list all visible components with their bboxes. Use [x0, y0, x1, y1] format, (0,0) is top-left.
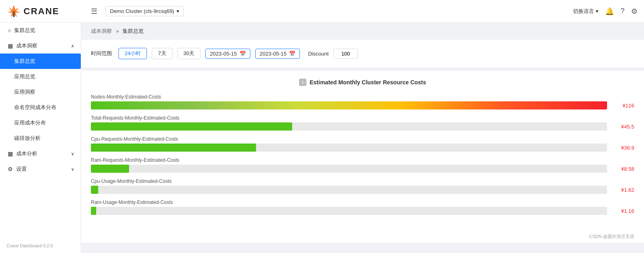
sidebar-item-app-overview[interactable]: 应用总览 — [0, 69, 81, 84]
date-from-picker[interactable]: 2023-05-15 📅 — [205, 49, 250, 59]
bar-fill-total-requests — [91, 122, 292, 131]
sidebar-item-app-insight[interactable]: 应用洞察 — [0, 84, 81, 100]
bar-fill-ram-requests — [91, 165, 129, 173]
bar-fill-nodes-monthly — [91, 101, 607, 109]
time-btn-30d[interactable]: 30天 — [177, 48, 200, 59]
bar-row-total-requests: Total-Requests-Monthly-Estimated-Costs¥4… — [91, 115, 634, 131]
bar-value-nodes-monthly: ¥116 — [612, 103, 634, 109]
settings-expand-icon: ∨ — [71, 167, 74, 172]
sidebar-item-carbon-analysis[interactable]: 碳排放分析 — [0, 131, 81, 146]
sidebar-item-label: 成本分析 — [16, 150, 37, 157]
menu-toggle-button[interactable]: ☰ — [88, 5, 101, 17]
chart-info-icon: i — [299, 79, 306, 86]
chart-title: Estimated Monthly Cluster Resource Costs — [310, 79, 426, 86]
cluster-selector[interactable]: Demo Cluster (cls-9rcsq69) ▾ — [106, 6, 184, 16]
bar-label-ram-requests: Ram-Requests-Monthly-Estimated-Costs — [91, 157, 634, 163]
app-name: CRANE — [24, 6, 59, 17]
main-content: 成本洞察 » 集群总览 时间范围 24小时 7天 30天 2023-05-15 … — [81, 23, 644, 253]
date-from-value: 2023-05-15 — [210, 51, 237, 57]
sidebar-item-cluster-summary[interactable]: 集群总览 — [0, 54, 81, 69]
footer-watermark: CSDN @愿许浪尽天涯 — [81, 230, 644, 243]
bar-row-cpu-usage: Cpu-Usage-Monthly-Estimated-Costs¥1.62 — [91, 178, 634, 194]
bar-track-ram-requests — [91, 165, 607, 173]
cost-analysis-icon: ▦ — [8, 150, 13, 157]
breadcrumb-item-current: 集群总览 — [123, 28, 144, 34]
bar-value-ram-requests: ¥8.58 — [612, 166, 634, 172]
sidebar-item-label: 应用总览 — [14, 73, 35, 80]
sidebar-item-namespace-cost[interactable]: 命名空间成本分布 — [0, 100, 81, 115]
bar-value-cpu-usage: ¥1.62 — [612, 187, 634, 193]
chart-title-row: i Estimated Monthly Cluster Resource Cos… — [91, 79, 634, 86]
bar-label-cpu-requests: Cpu-Requests-Monthly-Estimated-Costs — [91, 136, 634, 142]
bar-row-nodes-monthly: Nodes-Monthly-Estimated-Costs¥116 — [91, 94, 634, 109]
bars-container: Nodes-Monthly-Estimated-Costs¥116Total-R… — [91, 94, 634, 215]
sidebar-item-label: 命名空间成本分布 — [14, 104, 56, 111]
filter-section: 时间范围 24小时 7天 30天 2023-05-15 📅 2023-05-15… — [81, 40, 644, 67]
top-header: CRANE ☰ Demo Cluster (cls-9rcsq69) ▾ 切换语… — [0, 0, 644, 23]
sidebar: ○ 集群总览 ▦ 成本洞察 ∧ 集群总览 应用总览 应用洞察 命名空间成本分布 … — [0, 23, 81, 253]
help-icon[interactable]: ? — [620, 7, 625, 15]
cluster-overview-icon: ○ — [8, 27, 11, 34]
bar-value-cpu-requests: ¥36.9 — [612, 145, 634, 151]
svg-rect-1 — [13, 11, 15, 17]
sidebar-item-label: 设置 — [16, 165, 27, 173]
bar-fill-cpu-usage — [91, 186, 98, 194]
breadcrumb: 成本洞察 » 集群总览 — [81, 23, 644, 40]
sidebar-item-cost-insight[interactable]: ▦ 成本洞察 ∧ — [0, 38, 81, 54]
bar-fill-ram-usage — [91, 207, 96, 215]
calendar-to-icon: 📅 — [289, 51, 295, 57]
sidebar-item-label: 应用成本分布 — [14, 119, 46, 126]
bar-label-cpu-usage: Cpu-Usage-Monthly-Estimated-Costs — [91, 178, 634, 184]
bar-label-ram-usage: Ram-Usage-Monthly-Estimated-Costs — [91, 199, 634, 205]
cluster-dropdown-icon: ▾ — [177, 8, 179, 14]
date-to-picker[interactable]: 2023-05-15 📅 — [255, 49, 300, 59]
cluster-name: Demo Cluster (cls-9rcsq69) — [110, 8, 174, 14]
sidebar-item-label: 碳排放分析 — [14, 135, 41, 142]
breadcrumb-item-cost-insight: 成本洞察 — [91, 28, 112, 34]
date-to-value: 2023-05-15 — [260, 51, 287, 57]
main-layout: ○ 集群总览 ▦ 成本洞察 ∧ 集群总览 应用总览 应用洞察 命名空间成本分布 … — [0, 23, 644, 253]
bar-row-ram-requests: Ram-Requests-Monthly-Estimated-Costs¥8.5… — [91, 157, 634, 173]
calendar-from-icon: 📅 — [239, 51, 246, 57]
discount-input[interactable] — [334, 49, 358, 59]
bar-track-cpu-usage — [91, 186, 607, 194]
cost-analysis-expand-icon: ∨ — [71, 151, 74, 157]
notification-bell-icon[interactable]: 🔔 — [605, 7, 614, 16]
header-right: 切换语言 ▾ 🔔 ? ⚙ — [573, 7, 638, 16]
bar-row-ram-usage: Ram-Usage-Monthly-Estimated-Costs¥1.16 — [91, 199, 634, 215]
bar-track-total-requests — [91, 122, 607, 131]
sidebar-item-app-cost-dist[interactable]: 应用成本分布 — [0, 115, 81, 131]
breadcrumb-separator: » — [116, 28, 119, 34]
bar-value-ram-usage: ¥1.16 — [612, 208, 634, 214]
lang-switch-button[interactable]: 切换语言 ▾ — [573, 8, 599, 15]
sidebar-item-label: 成本洞察 — [16, 42, 37, 49]
bar-label-total-requests: Total-Requests-Monthly-Estimated-Costs — [91, 115, 634, 121]
discount-label: Discount — [308, 51, 329, 57]
bar-row-cpu-requests: Cpu-Requests-Monthly-Estimated-Costs¥36.… — [91, 136, 634, 152]
time-range-label: 时间范围 — [91, 50, 112, 57]
bar-track-ram-usage — [91, 207, 607, 215]
cost-insight-expand-icon: ∧ — [71, 43, 74, 49]
time-btn-24h[interactable]: 24小时 — [118, 48, 147, 59]
bar-fill-cpu-requests — [91, 144, 256, 152]
bar-label-nodes-monthly: Nodes-Monthly-Estimated-Costs — [91, 94, 634, 100]
sidebar-item-label: 集群总览 — [14, 27, 35, 34]
bar-track-cpu-requests — [91, 144, 607, 152]
settings-icon[interactable]: ⚙ — [631, 7, 638, 16]
time-btn-7d[interactable]: 7天 — [152, 48, 172, 59]
bar-track-nodes-monthly — [91, 101, 607, 109]
sidebar-item-cluster-overview[interactable]: ○ 集群总览 — [0, 23, 81, 38]
sidebar-item-label: 应用洞察 — [14, 88, 35, 96]
sidebar-item-settings[interactable]: ⚙ 设置 ∨ — [0, 161, 81, 177]
chart-section: i Estimated Monthly Cluster Resource Cos… — [81, 71, 644, 230]
sidebar-item-cost-analysis[interactable]: ▦ 成本分析 ∨ — [0, 146, 81, 161]
cost-insight-icon: ▦ — [8, 43, 13, 49]
settings-nav-icon: ⚙ — [8, 166, 13, 172]
bar-value-total-requests: ¥45.5 — [612, 124, 634, 130]
crane-logo-icon — [6, 4, 21, 19]
sidebar-version: Crane Dashboard 0.2.0 — [0, 238, 81, 253]
sidebar-item-label: 集群总览 — [14, 58, 35, 65]
logo-area: CRANE — [6, 4, 88, 19]
